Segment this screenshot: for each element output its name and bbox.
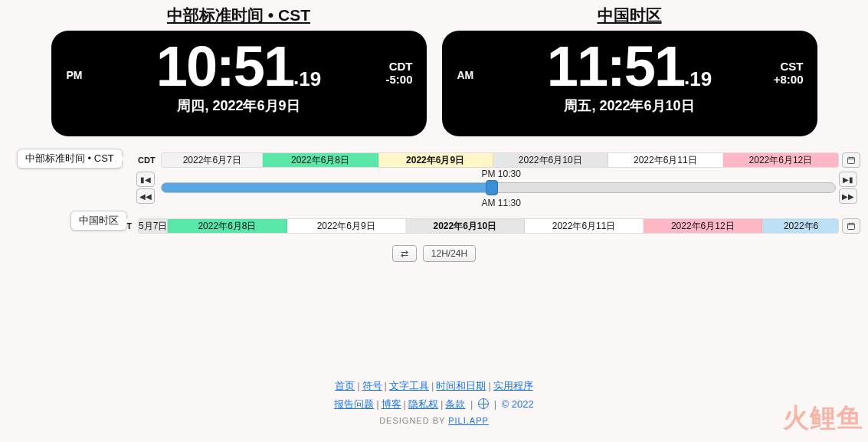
clock-title-0[interactable]: 中部标准时间 • CST — [51, 5, 427, 26]
clock-card-0: PM CDT-5:00 10:51 . 19 周四, 2022年6月9日 — [51, 31, 427, 136]
clock-title-1[interactable]: 中国时区 — [442, 5, 817, 26]
footer-link[interactable]: 首页 — [335, 380, 355, 391]
time-slider[interactable] — [161, 182, 836, 193]
time-1: 11:51 — [547, 38, 684, 95]
calendar-icon[interactable] — [842, 152, 860, 168]
day-segment[interactable]: 2022年6月12日 — [723, 153, 838, 167]
seconds-0: 19 — [299, 67, 321, 91]
step-back-icon[interactable]: ▮◀ — [136, 172, 155, 187]
designed-by-label: DESIGNED BY — [379, 416, 448, 425]
day-strip-2[interactable]: 5月7日2022年6月8日2022年6月9日2022年6月10日2022年6月1… — [138, 218, 839, 234]
footer-link[interactable]: 时间和日期 — [436, 380, 486, 391]
globe-icon[interactable] — [478, 398, 489, 409]
step-forward-icon[interactable]: ▶▮ — [839, 172, 857, 187]
svg-rect-0 — [848, 158, 855, 164]
time-0: 10:51 — [156, 38, 293, 95]
day-segment[interactable]: 2022年6月8日 — [263, 153, 378, 167]
svg-rect-1 — [848, 224, 855, 230]
day-segment[interactable]: 2022年6月11日 — [608, 153, 723, 167]
footer-link[interactable]: 报告问题 — [334, 398, 374, 410]
skip-back-icon[interactable]: ◀◀ — [136, 188, 155, 204]
track-abbr-1: CDT — [138, 156, 161, 165]
track-label-2: 中国时区 — [70, 211, 127, 231]
ampm-0: PM — [67, 69, 83, 81]
day-segment[interactable]: 2022年6月12日 — [644, 219, 762, 233]
calendar-icon[interactable] — [842, 218, 860, 234]
footer-link[interactable]: 实用程序 — [493, 380, 533, 391]
footer-link[interactable]: 隐私权 — [408, 398, 438, 410]
date-1: 周五, 2022年6月10日 — [564, 97, 694, 115]
clock-card-1: AM CST+8:00 11:51 . 19 周五, 2022年6月10日 — [442, 31, 817, 136]
seconds-1: 19 — [689, 67, 712, 91]
footer: 首页|符号|文字工具|时间和日期|实用程序 报告问题|博客|隐私权|条款 | |… — [0, 379, 868, 425]
day-strip-1[interactable]: 2022年6月7日2022年6月8日2022年6月9日2022年6月10日202… — [161, 152, 839, 168]
slider-top-label: PM 10:30 — [481, 169, 520, 179]
day-segment[interactable]: 5月7日 — [139, 219, 168, 233]
day-segment[interactable]: 2022年6月10日 — [493, 153, 608, 167]
tz-abbr-1: CST+8:00 — [774, 60, 804, 86]
slider-bottom-label: AM 11:30 — [481, 198, 520, 208]
footer-link[interactable]: 条款 — [445, 398, 465, 410]
day-segment[interactable]: 2022年6 — [762, 219, 839, 233]
track-label-1: 中部标准时间 • CST — [17, 149, 123, 169]
date-0: 周四, 2022年6月9日 — [177, 97, 300, 115]
day-segment[interactable]: 2022年6月10日 — [406, 219, 525, 233]
designer-link[interactable]: PILI.APP — [448, 416, 489, 425]
day-segment[interactable]: 2022年6月9日 — [378, 153, 493, 167]
day-segment[interactable]: 2022年6月7日 — [162, 153, 263, 167]
footer-link[interactable]: 博客 — [382, 398, 401, 410]
day-segment[interactable]: 2022年6月9日 — [287, 219, 406, 233]
ampm-1: AM — [457, 69, 474, 81]
watermark: 火鲤鱼 — [783, 401, 863, 436]
day-segment[interactable]: 2022年6月8日 — [168, 219, 287, 233]
footer-link[interactable]: 文字工具 — [389, 380, 429, 391]
time-format-button[interactable]: 12H/24H — [423, 245, 476, 262]
skip-forward-icon[interactable]: ▶▶ — [839, 188, 857, 204]
footer-link[interactable]: 符号 — [362, 380, 382, 391]
swap-button[interactable]: ⇄ — [392, 245, 417, 262]
tz-abbr-0: CDT-5:00 — [385, 60, 412, 86]
copyright: © 2022 — [502, 398, 534, 410]
day-segment[interactable]: 2022年6月11日 — [525, 219, 644, 233]
